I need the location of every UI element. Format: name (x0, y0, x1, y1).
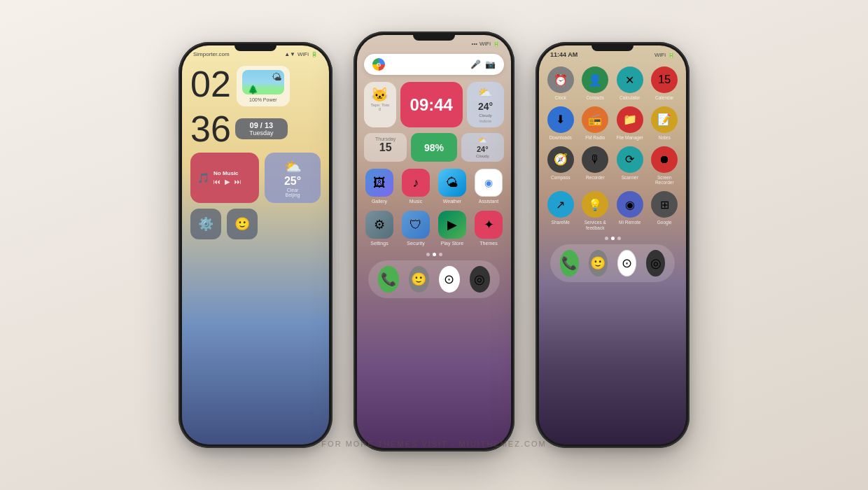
recorder-label: Recorder (586, 175, 605, 181)
app-fmradio[interactable]: 📻 FM Radio (581, 106, 610, 141)
fmradio-label: FM Radio (585, 135, 605, 141)
scanner-label: Scanner (622, 175, 638, 181)
app-compass[interactable]: 🧭 Compass (546, 146, 575, 186)
date-widget: 09 / 13 Tuesday (235, 118, 288, 139)
app-contacts[interactable]: 👤 Contacts (581, 66, 610, 101)
dock-emoji[interactable]: 🙂 (409, 266, 430, 293)
app-gallery[interactable]: 🖼 Gallery (365, 169, 393, 204)
phone-3: 11:44 AM WiFi 🔋 ⏰ Clock 👤 (536, 42, 690, 448)
shareme-label: ShareMe (552, 220, 570, 225)
services-label: Services & feedback (581, 220, 610, 231)
music-widget[interactable]: 🎵 No Music ⏮ ▶ ⏭ (190, 153, 259, 203)
app-clock[interactable]: ⏰ Clock (546, 66, 575, 101)
p2-weather-widget: ⛅ 24° Cloudy Indore (467, 82, 504, 127)
security-icon: 🛡 (402, 211, 430, 239)
assistant-icon: ◉ (475, 169, 503, 197)
status-bar-3: 11:44 AM WiFi 🔋 (539, 46, 686, 61)
settings-icon-btn[interactable]: ⚙️ (190, 209, 221, 239)
emoji-icon-btn[interactable]: 🙂 (227, 209, 258, 239)
dock-chrome[interactable]: ⊙ (439, 266, 460, 293)
dock-phone[interactable]: 📞 (378, 266, 399, 293)
notes-label: Notes (659, 135, 671, 141)
app-security[interactable]: 🛡 Security (402, 211, 430, 246)
bottom-icons: ⚙️ 🙂 (190, 209, 321, 239)
screen-recorder-label: Screen Recorder (650, 175, 680, 186)
app-screen-recorder[interactable]: ⏺ Screen Recorder (650, 146, 680, 186)
clock-label: Clock (555, 95, 566, 101)
p2-apps-row2: ⚙ Settings 🛡 Security ▶ Play Store ✦ (364, 211, 504, 246)
calendar-label: Calendar (655, 95, 673, 101)
app-calculator[interactable]: ✕ Calculator (615, 66, 645, 101)
phone-1: Simporter.com ▲▼ WiFi 🔋 02 100% Power (178, 42, 332, 448)
p3-dock-emoji[interactable]: 🙂 (589, 250, 608, 276)
app-assistant[interactable]: ◉ Assistant (475, 169, 503, 204)
app-playstore[interactable]: ▶ Play Store (438, 211, 466, 246)
app-recorder[interactable]: 🎙 Recorder (581, 146, 610, 186)
app-themes[interactable]: ✦ Themes (475, 211, 503, 246)
p2-weather-temp: 24° (478, 101, 493, 112)
watermark: FOR MORE THEMES VISIT - MIUITHEMEZ.COM (321, 440, 546, 448)
next-btn[interactable]: ⏭ (234, 178, 241, 186)
mic-icon[interactable]: 🎤 (470, 59, 481, 69)
p3-apps-row3: 🧭 Compass 🎙 Recorder ⟳ Scanner ⏺ (546, 146, 679, 186)
widgets-row: 🎵 No Music ⏮ ▶ ⏭ ⛅ (190, 153, 321, 203)
day-widget: Thursday 15 (364, 133, 407, 162)
app-music[interactable]: ♪ Music (402, 169, 430, 204)
app-settings[interactable]: ⚙ Settings (365, 211, 393, 246)
music-app-icon: ♪ (402, 169, 430, 197)
downloads-label: Downloads (550, 135, 572, 141)
p3-status-icons: WiFi 🔋 (654, 52, 675, 58)
search-action-icons: 🎤 📷 (470, 59, 496, 69)
app-weather[interactable]: 🌤 Weather (438, 169, 466, 204)
playstore-icon: ▶ (438, 211, 466, 239)
day-name: Thursday (375, 136, 396, 141)
p3-dock-phone[interactable]: 📞 (560, 250, 579, 276)
p2-time-widget: 09:44 (400, 82, 463, 127)
weather-scene (242, 70, 284, 94)
p3-dock: 📞 🙂 ⊙ ◎ (550, 244, 675, 282)
app-calendar[interactable]: 15 Calendar (650, 66, 680, 101)
search-bar[interactable]: G 🎤 📷 (364, 54, 504, 75)
p3-page-dots (546, 237, 679, 240)
app-scanner[interactable]: ⟳ Scanner (615, 146, 645, 186)
settings-app-icon: ⚙ (365, 211, 393, 239)
compass-icon: 🧭 (547, 146, 574, 173)
shareme-icon: ↗ (547, 191, 574, 218)
dock-camera[interactable]: ◎ (470, 266, 491, 293)
app-miremote[interactable]: ◉ Mi Remote (615, 191, 645, 231)
app-shareme[interactable]: ↗ ShareMe (546, 191, 575, 231)
lens-icon[interactable]: 📷 (485, 59, 496, 69)
services-icon: 💡 (582, 191, 608, 218)
app-downloads[interactable]: ⬇ Downloads (546, 106, 575, 141)
app-services[interactable]: 💡 Services & feedback (581, 191, 610, 231)
p3-dock-camera[interactable]: ◎ (646, 250, 665, 276)
dot-3 (439, 253, 442, 256)
google-app-icon: ⊞ (651, 191, 678, 218)
contacts-label: Contacts (586, 95, 604, 101)
status-bar-2: ••• WiFi 🔋 (357, 35, 511, 50)
weather-city: Beijing (285, 192, 300, 197)
assistant-label: Assistant (479, 199, 498, 204)
music-info: No Music ⏮ ▶ ⏭ (214, 170, 252, 186)
downloads-icon: ⬇ (547, 106, 574, 133)
hour-display: 02 (190, 66, 231, 102)
p2-dock: 📞 🙂 ⊙ ◎ (368, 260, 500, 298)
weather-temp: 25° (284, 175, 301, 188)
p3-dock-chrome[interactable]: ⊙ (617, 250, 636, 276)
app-filemanager[interactable]: 📁 File Manager (615, 106, 645, 141)
play-btn[interactable]: ▶ (225, 178, 230, 186)
prev-btn[interactable]: ⏮ (214, 178, 220, 186)
weather-detail-temp: 24° (477, 145, 489, 153)
battery-widget: 98% (411, 133, 456, 162)
gallery-label: Gallery (372, 199, 387, 204)
music-controls: ⏮ ▶ ⏭ (214, 178, 252, 186)
miremote-label: Mi Remote (619, 220, 640, 225)
themes-label: Themes (479, 241, 497, 246)
calculator-label: Calculator (620, 95, 640, 101)
app-google[interactable]: ⊞ Google (650, 191, 680, 231)
day-num: 15 (379, 141, 392, 154)
phone-1-screen: Simporter.com ▲▼ WiFi 🔋 02 100% Power (182, 46, 329, 444)
app-notes[interactable]: 📝 Notes (650, 106, 680, 141)
p2-clock: 09:44 (410, 95, 453, 115)
notes-icon: 📝 (651, 106, 678, 133)
